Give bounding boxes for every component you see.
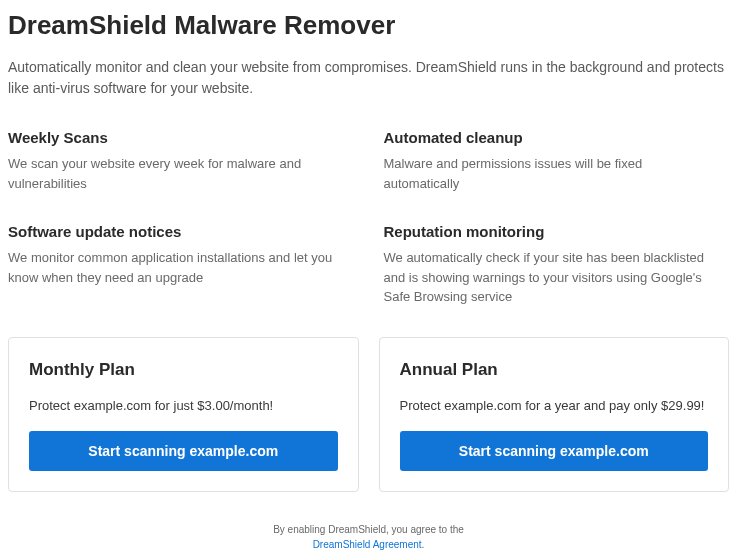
feature-weekly-scans: Weekly Scans We scan your website every …: [8, 129, 354, 193]
footer-text: By enabling DreamShield, you agree to th…: [273, 524, 464, 535]
start-scanning-monthly-button[interactable]: Start scanning example.com: [29, 431, 338, 471]
page-title: DreamShield Malware Remover: [8, 10, 729, 41]
plan-card-annual: Annual Plan Protect example.com for a ye…: [379, 337, 730, 492]
plan-title: Monthly Plan: [29, 360, 338, 380]
feature-reputation-monitoring: Reputation monitoring We automatically c…: [384, 223, 730, 307]
feature-description: Malware and permissions issues will be f…: [384, 154, 720, 193]
features-grid: Weekly Scans We scan your website every …: [8, 129, 729, 307]
feature-title: Weekly Scans: [8, 129, 344, 146]
plan-description: Protect example.com for just $3.00/month…: [29, 398, 338, 413]
feature-description: We monitor common application installati…: [8, 248, 344, 287]
feature-title: Software update notices: [8, 223, 344, 240]
plan-description: Protect example.com for a year and pay o…: [400, 398, 709, 413]
feature-automated-cleanup: Automated cleanup Malware and permission…: [384, 129, 730, 193]
footer-suffix: .: [422, 539, 425, 550]
feature-software-update-notices: Software update notices We monitor commo…: [8, 223, 354, 307]
feature-description: We automatically check if your site has …: [384, 248, 720, 307]
plans-grid: Monthly Plan Protect example.com for jus…: [8, 337, 729, 492]
footer: By enabling DreamShield, you agree to th…: [8, 522, 729, 552]
plan-card-monthly: Monthly Plan Protect example.com for jus…: [8, 337, 359, 492]
start-scanning-annual-button[interactable]: Start scanning example.com: [400, 431, 709, 471]
feature-title: Reputation monitoring: [384, 223, 720, 240]
page-description: Automatically monitor and clean your web…: [8, 57, 729, 99]
feature-title: Automated cleanup: [384, 129, 720, 146]
feature-description: We scan your website every week for malw…: [8, 154, 344, 193]
plan-title: Annual Plan: [400, 360, 709, 380]
dreamshield-agreement-link[interactable]: DreamShield Agreement: [313, 539, 422, 550]
